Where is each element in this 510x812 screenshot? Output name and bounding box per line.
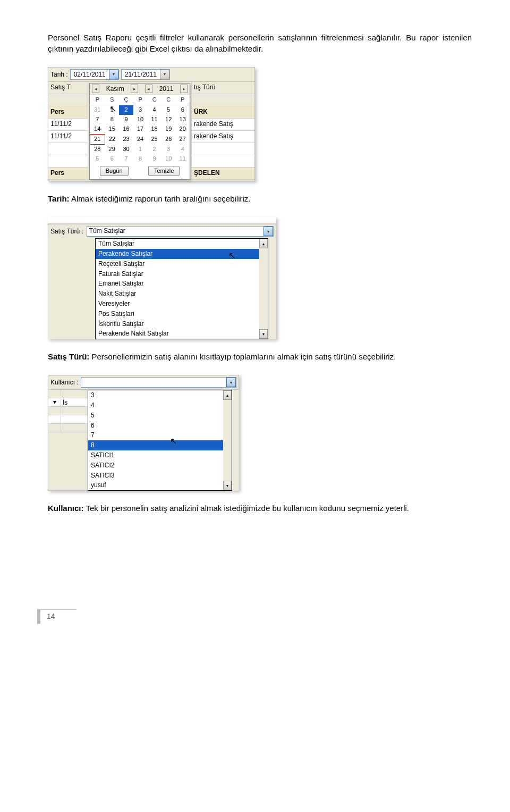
date-from-input[interactable]: 02/11/2011 ▾	[70, 69, 119, 80]
list-item[interactable]: Reçeteli Satışlar	[96, 259, 268, 269]
day[interactable]: 16	[119, 124, 133, 135]
day[interactable]: 11	[147, 115, 162, 124]
scrollbar[interactable]: ▴ ▾	[223, 390, 232, 490]
list-item[interactable]: 5	[88, 411, 232, 421]
left-cell	[48, 155, 88, 168]
date-to-input[interactable]: 21/11/2011 ▾	[121, 69, 170, 80]
dow: C	[147, 95, 162, 105]
list-item[interactable]: İskontlu Satışlar	[96, 319, 268, 329]
day[interactable]: 22	[105, 134, 119, 144]
day[interactable]: 3	[162, 144, 176, 154]
day[interactable]: 17	[133, 124, 148, 135]
day[interactable]: 7	[119, 154, 133, 164]
kullanici-combo[interactable]: ▾	[81, 377, 236, 388]
day[interactable]: 7	[90, 115, 105, 124]
day[interactable]: 18	[147, 124, 162, 135]
scroll-up-icon[interactable]: ▴	[259, 239, 268, 248]
day[interactable]: 1	[105, 105, 119, 115]
day[interactable]: 24	[133, 134, 148, 144]
list-item[interactable]: SATICI3	[88, 471, 232, 481]
list-item[interactable]: 3	[88, 390, 232, 400]
scroll-down-icon[interactable]: ▾	[259, 329, 268, 339]
combo-dropdown-icon[interactable]: ▾	[264, 227, 273, 236]
scroll-up-icon[interactable]: ▴	[223, 390, 232, 400]
satis-turu-label: Satış Türü :	[50, 227, 83, 236]
list-item[interactable]: 6	[88, 421, 232, 431]
list-item[interactable]: SATICI1	[88, 450, 232, 461]
list-item[interactable]: Emanet Satışlar	[96, 279, 268, 289]
prev-year-icon[interactable]: ◂	[145, 85, 152, 93]
scroll-track[interactable]	[259, 248, 268, 329]
right-cell: rakende Satış	[192, 131, 254, 143]
scroll-down-icon[interactable]: ▾	[223, 481, 232, 490]
day[interactable]: 26	[162, 134, 176, 144]
row-dropdown-icon[interactable]: ▾	[48, 398, 61, 407]
day[interactable]: 27	[175, 134, 190, 144]
satis-turu-dropdown-list[interactable]: Tüm Satışlar Perakende Satışlar Reçeteli…	[95, 238, 268, 339]
satis-turu-combo[interactable]: Tüm Satışlar ▾	[87, 226, 274, 237]
day[interactable]: 12	[162, 115, 176, 124]
right-cell: ŞDELEN	[192, 168, 254, 180]
left-cell	[48, 94, 88, 106]
list-item[interactable]: Pos Satışları	[96, 309, 268, 319]
day[interactable]: 6	[105, 154, 119, 164]
day[interactable]: 5	[90, 154, 105, 164]
list-item[interactable]: yusuf	[88, 480, 232, 490]
day[interactable]: 13	[175, 115, 190, 124]
next-month-icon[interactable]: ▸	[131, 85, 138, 93]
day[interactable]: 3	[133, 105, 148, 115]
day[interactable]: 8	[133, 154, 148, 164]
day[interactable]: 31	[90, 105, 105, 115]
date-to-value: 21/11/2011	[122, 70, 160, 79]
day[interactable]: 5	[162, 105, 176, 115]
day-today[interactable]: 21	[90, 134, 105, 144]
day[interactable]: 10	[162, 154, 176, 164]
list-item[interactable]: 4	[88, 400, 232, 411]
day[interactable]: 11	[175, 154, 190, 164]
list-item[interactable]: Nakit Satışlar	[96, 289, 268, 299]
list-item-selected[interactable]: 8	[88, 440, 232, 450]
today-button[interactable]: Bugün	[100, 166, 129, 176]
day[interactable]: 25	[147, 134, 162, 144]
calendar-popup[interactable]: ◂ Kasım ▸ ◂ 2011 ▸ P S Ç P C C P	[89, 83, 190, 180]
day[interactable]: 9	[147, 154, 162, 164]
satis-turu-selected: Tüm Satışlar	[87, 227, 264, 236]
calendar-grid[interactable]: P S Ç P C C P 31 1 2 3 4 5	[90, 95, 190, 164]
day[interactable]: 30	[119, 144, 133, 154]
day[interactable]: 14	[90, 124, 105, 135]
date-filter-screenshot: Tarih : 02/11/2011 ▾ 21/11/2011 ▾ Satış …	[48, 67, 255, 181]
day[interactable]: 20	[175, 124, 190, 135]
scroll-track[interactable]	[223, 400, 232, 481]
list-item[interactable]: Tüm Satışlar	[96, 239, 268, 249]
day[interactable]: 9	[119, 115, 133, 124]
combo-dropdown-icon[interactable]: ▾	[226, 378, 236, 387]
day[interactable]: 6	[175, 105, 190, 115]
list-item[interactable]: Veresiyeler	[96, 299, 268, 309]
list-item[interactable]: Faturalı Satışlar	[96, 269, 268, 279]
list-item[interactable]: 7	[88, 430, 232, 440]
day[interactable]: 8	[105, 115, 119, 124]
scrollbar[interactable]: ▴ ▾	[259, 239, 268, 339]
prev-month-icon[interactable]: ◂	[92, 85, 99, 93]
kullanici-dropdown-list[interactable]: 3 4 5 6 7 8 SATICI1 SATICI2 SATICI3 yusu…	[88, 390, 232, 491]
clear-button[interactable]: Temizle	[148, 166, 180, 176]
day[interactable]: 15	[105, 124, 119, 135]
day[interactable]: 29	[105, 144, 119, 154]
day[interactable]: 4	[147, 105, 162, 115]
kullanici-heading: Kullanıcı:	[48, 504, 84, 513]
day-selected[interactable]: 2	[119, 105, 133, 115]
day[interactable]: 2	[147, 144, 162, 154]
list-item-selected[interactable]: Perakende Satışlar	[96, 249, 268, 259]
date-to-dropdown-icon[interactable]: ▾	[160, 70, 169, 79]
day[interactable]: 10	[133, 115, 148, 124]
day[interactable]: 23	[119, 134, 133, 144]
day[interactable]: 1	[133, 144, 148, 154]
day[interactable]: 4	[175, 144, 190, 154]
date-from-dropdown-icon[interactable]: ▾	[109, 70, 118, 79]
day[interactable]: 19	[162, 124, 176, 135]
list-item[interactable]: Perakende Nakit Satışlar	[96, 329, 268, 339]
page-number: 14	[37, 609, 76, 624]
day[interactable]: 28	[90, 144, 105, 154]
next-year-icon[interactable]: ▸	[180, 85, 188, 93]
list-item[interactable]: SATICI2	[88, 461, 232, 471]
